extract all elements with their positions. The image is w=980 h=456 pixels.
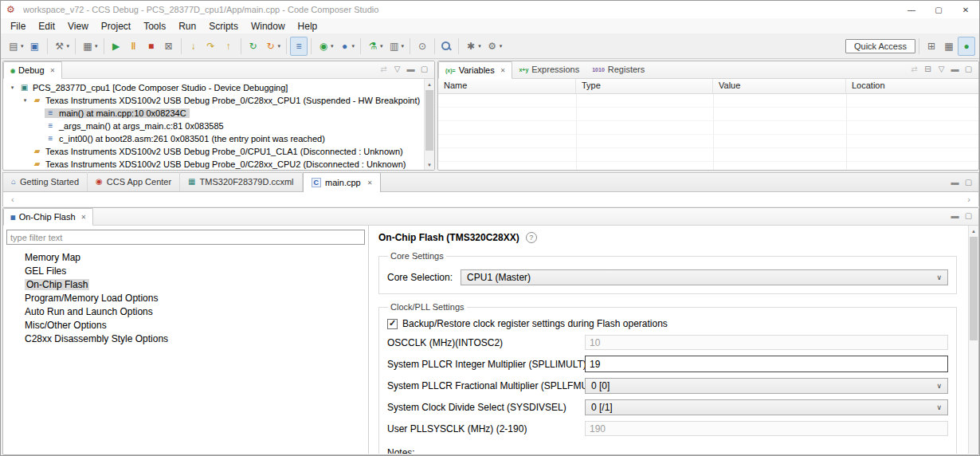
minimize-panel-icon[interactable]: ▬: [948, 212, 962, 220]
column-header-value[interactable]: Value: [713, 79, 846, 93]
tree-row-frame-cint00[interactable]: ≡ c_int00() at boot28.asm:261 0x083501 (…: [3, 132, 423, 145]
menu-run[interactable]: Run: [172, 20, 202, 33]
close-icon[interactable]: ✕: [81, 214, 87, 221]
scrollbar-thumb[interactable]: [970, 237, 978, 340]
nav-item-gel-files[interactable]: GEL Files: [3, 265, 368, 278]
chevron-down-icon[interactable]: ▾: [6, 85, 18, 91]
minimize-panel-icon[interactable]: ▬: [948, 65, 962, 73]
menu-tools[interactable]: Tools: [137, 20, 172, 33]
menu-file[interactable]: File: [4, 20, 32, 33]
tree-row-cla1[interactable]: ▰ Texas Instruments XDS100v2 USB Debug P…: [3, 145, 423, 158]
nav-item-memory-map[interactable]: Memory Map: [3, 251, 368, 265]
assembly-step-mode-button[interactable]: ≡: [290, 37, 308, 56]
ccs-edit-perspective-button[interactable]: ▦: [940, 37, 958, 56]
step-into-button[interactable]: ↓: [185, 37, 202, 56]
menu-help[interactable]: Help: [292, 20, 324, 33]
memory-button[interactable]: ▥ ▾: [386, 37, 407, 56]
show-logical-structure-icon[interactable]: ⇄: [907, 65, 921, 73]
disconnect-button[interactable]: ⊠: [160, 37, 178, 56]
watch-button[interactable]: ⊙: [414, 37, 431, 56]
settings-button[interactable]: ⚙ ▾: [484, 37, 505, 56]
view-menu-icon[interactable]: ▽: [390, 65, 404, 73]
link-with-icon[interactable]: ⇄: [377, 65, 390, 73]
menu-edit[interactable]: Edit: [32, 20, 61, 33]
build-button[interactable]: ⚒ ▾: [51, 37, 73, 56]
tree-row-frame-argsmain[interactable]: ≡ _args_main() at args_main.c:81 0x08358…: [3, 120, 423, 132]
scrollbar-thumb[interactable]: [425, 90, 433, 151]
tab-expressions[interactable]: x+y Expressions: [512, 61, 586, 78]
menu-view[interactable]: View: [61, 20, 95, 33]
debug-vertical-scrollbar[interactable]: ▲ ▼: [424, 79, 434, 170]
scroll-up-icon[interactable]: ▲: [425, 79, 434, 89]
open-perspective-button[interactable]: ⊞: [923, 37, 940, 56]
collapse-all-icon[interactable]: ⊟: [921, 65, 935, 73]
backup-restore-checkbox[interactable]: ✓: [387, 319, 398, 329]
minimize-panel-icon[interactable]: ▬: [948, 179, 962, 187]
column-header-location[interactable]: Location: [846, 79, 978, 93]
tab-on-chip-flash[interactable]: ▦ On-Chip Flash ✕: [3, 208, 93, 226]
nav-item-program-memory-load[interactable]: Program/Memory Load Options: [3, 292, 368, 305]
maximize-panel-icon[interactable]: ▢: [962, 65, 975, 73]
scroll-tabs-left-icon[interactable]: ‹: [11, 195, 14, 204]
menu-scripts[interactable]: Scripts: [202, 20, 245, 33]
suspend-button[interactable]: ‖: [125, 37, 143, 56]
restart-button[interactable]: ↻: [245, 37, 262, 56]
terminate-button[interactable]: ■: [143, 37, 160, 56]
spllimult-input[interactable]: [585, 356, 948, 372]
nav-item-misc-other[interactable]: Misc/Other Options: [3, 319, 368, 332]
view-menu-icon[interactable]: ▽: [935, 65, 948, 73]
refresh-button[interactable]: ↻ ▾: [262, 37, 284, 56]
minimize-panel-icon[interactable]: ▬: [404, 65, 417, 73]
save-button[interactable]: ▣: [26, 37, 44, 56]
maximize-panel-icon[interactable]: ▢: [417, 65, 431, 73]
scroll-down-icon[interactable]: ▼: [425, 159, 434, 170]
menu-project[interactable]: Project: [95, 20, 137, 33]
nav-item-c28x-disassembly[interactable]: C28xx Disassembly Style Options: [3, 332, 368, 346]
quick-access-button[interactable]: Quick Access: [845, 39, 915, 53]
help-icon[interactable]: ?: [526, 232, 537, 243]
close-icon[interactable]: ✕: [500, 67, 506, 74]
menu-window[interactable]: Window: [245, 20, 292, 33]
column-header-type[interactable]: Type: [576, 79, 713, 93]
maximize-panel-icon[interactable]: ▢: [962, 179, 975, 187]
tab-variables[interactable]: (x)= Variables ✕: [438, 61, 512, 79]
tab-ccs-app-center[interactable]: ◉ CCS App Center: [88, 172, 180, 191]
close-icon[interactable]: ✕: [367, 179, 373, 187]
console-button[interactable]: ▦ ▾: [79, 37, 100, 56]
debug-launch-button[interactable]: ◉ ▾: [315, 37, 336, 56]
tree-row-frame-main[interactable]: ≡ main() at main.cpp:10 0x08234C: [3, 107, 423, 120]
flash-vertical-scrollbar[interactable]: ▲: [968, 226, 978, 454]
nav-item-auto-run-launch[interactable]: Auto Run and Launch Options: [3, 305, 368, 319]
tree-row-cpu2[interactable]: ▰ Texas Instruments XDS100v2 USB Debug P…: [3, 158, 423, 170]
new-file-button[interactable]: ▤ ▾: [5, 37, 26, 56]
core-selection-select[interactable]: CPU1 (Master) ∨: [461, 269, 948, 285]
step-over-button[interactable]: ↷: [202, 37, 220, 56]
scroll-tabs-right-icon[interactable]: ›: [967, 195, 970, 204]
breakpoint-button[interactable]: ● ▾: [336, 37, 358, 56]
chevron-down-icon[interactable]: ▾: [19, 97, 31, 104]
tab-ccxml[interactable]: ▦ TMS320F28379D.ccxml: [180, 172, 302, 191]
filter-input[interactable]: [6, 230, 365, 245]
spllfmult-select[interactable]: 0 [0] ∨: [585, 378, 948, 394]
scroll-up-icon[interactable]: ▲: [969, 226, 978, 236]
window-close-button[interactable]: ✕: [952, 1, 979, 18]
tab-getting-started[interactable]: ⌂ Getting Started: [3, 172, 88, 191]
maximize-panel-icon[interactable]: ▢: [962, 212, 975, 220]
ccs-debug-perspective-button[interactable]: ●: [958, 37, 975, 56]
sysdivsel-select[interactable]: 0 [/1] ∨: [585, 399, 948, 415]
profile-button[interactable]: ⚗ ▾: [364, 37, 386, 56]
tab-debug[interactable]: ◉ Debug ✕: [3, 61, 62, 79]
step-return-button[interactable]: ↑: [220, 37, 237, 56]
nav-item-on-chip-flash[interactable]: On-Chip Flash: [3, 278, 368, 292]
resume-button[interactable]: ▶: [108, 37, 125, 56]
tree-row-session[interactable]: ▾ ▣ PCS_28377D_cpu1 [Code Composer Studi…: [3, 81, 423, 94]
tree-row-cpu1[interactable]: ▾ ▰ Texas Instruments XDS100v2 USB Debug…: [3, 94, 423, 107]
tab-registers[interactable]: 1010 Registers: [586, 61, 651, 78]
window-maximize-button[interactable]: ▢: [925, 1, 952, 18]
column-header-name[interactable]: Name: [438, 79, 576, 93]
tab-main-cpp[interactable]: C main.cpp ✕: [303, 172, 382, 192]
close-icon[interactable]: ✕: [50, 67, 56, 74]
search-button[interactable]: [438, 37, 455, 56]
window-minimize-button[interactable]: —: [898, 1, 925, 18]
external-tools-button[interactable]: ✱ ▾: [462, 37, 484, 56]
